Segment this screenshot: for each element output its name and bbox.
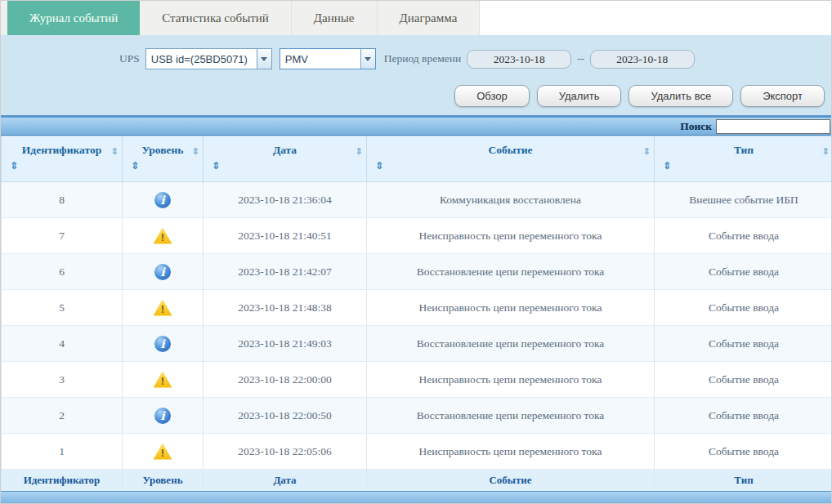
tab-bar: Журнал событий Статистика событий Данные…: [1, 1, 832, 35]
cell-event: Неисправность цепи переменного тока: [367, 434, 655, 470]
date-to-field[interactable]: 2023-10-18: [590, 50, 695, 69]
cell-type: Событие ввода: [655, 326, 832, 362]
filter-row-selectors: UPS USB id=(25BD5071) PMV Период времени…: [1, 48, 832, 69]
cell-date: 2023-10-18 21:40:51: [204, 218, 367, 254]
column-header-level[interactable]: Уровень ⇕ ⇕: [123, 136, 204, 182]
footer-column-level: Уровень: [123, 470, 204, 492]
column-header-type[interactable]: Тип ⇕ ⇕: [655, 136, 832, 182]
info-icon: [154, 264, 171, 280]
cell-date: 2023-10-18 21:48:38: [204, 290, 367, 326]
ups-select[interactable]: USB id=(25BD5071): [145, 48, 272, 69]
cell-type: Событие ввода: [655, 434, 832, 470]
date-from-field[interactable]: 2023-10-18: [467, 50, 571, 69]
search-bar: Поиск: [1, 115, 832, 136]
event-table-body: 8 2023-10-18 21:36:04 Коммуникация восст…: [2, 182, 832, 470]
cell-type: Событие ввода: [655, 254, 832, 290]
cell-id: 7: [2, 218, 123, 254]
sort-icon: ⇕: [192, 146, 199, 157]
table-row-7[interactable]: 7 2023-10-18 21:40:51 Неисправность цепи…: [2, 218, 832, 254]
cell-type: Событие ввода: [655, 398, 832, 434]
tab-event-log[interactable]: Журнал событий: [7, 1, 140, 35]
column-header-date[interactable]: Дата ⇕ ⇕: [204, 136, 367, 182]
cell-id: 5: [2, 290, 123, 326]
cell-level: [123, 290, 204, 326]
cell-id: 1: [2, 434, 123, 470]
table-row-5[interactable]: 5 2023-10-18 21:48:38 Неисправность цепи…: [2, 290, 832, 326]
cell-date: 2023-10-18 22:00:00: [204, 362, 367, 398]
cell-id: 2: [2, 398, 123, 434]
cell-event: Коммуникация восстановлена: [367, 182, 655, 218]
ups-label: UPS: [119, 52, 140, 65]
cell-level: [123, 362, 204, 398]
cell-id: 4: [2, 326, 123, 362]
tab-diagram[interactable]: Диаграмма: [378, 1, 481, 35]
cell-level: [123, 182, 204, 218]
footer-column-event: Событие: [367, 470, 655, 492]
footer-column-type: Тип: [655, 470, 832, 492]
sort-icon[interactable]: ⇕: [131, 161, 203, 171]
cell-event: Восстановление цепи переменного тока: [367, 254, 655, 290]
info-icon: [154, 408, 171, 424]
table-row-4[interactable]: 4 2023-10-18 21:49:03 Восстановление цеп…: [2, 326, 832, 362]
delete-button[interactable]: Удалить: [537, 85, 622, 107]
cell-id: 3: [2, 362, 123, 398]
browse-button[interactable]: Обзор: [454, 85, 530, 107]
chevron-down-icon[interactable]: [257, 49, 271, 69]
footer-column-date: Дата: [204, 470, 367, 492]
cell-type: Событие ввода: [655, 218, 832, 254]
table-row-3[interactable]: 3 2023-10-18 22:00:00 Неисправность цепи…: [2, 362, 832, 398]
search-input[interactable]: [716, 119, 830, 134]
tabs-group: Журнал событий Статистика событий Данные…: [1, 1, 480, 35]
cell-date: 2023-10-18 21:49:03: [204, 326, 367, 362]
date-separator: --: [577, 52, 584, 65]
footer-column-id: Идентификатор: [2, 470, 123, 492]
warning-icon: [154, 372, 172, 388]
cell-date: 2023-10-18 21:42:07: [204, 254, 367, 290]
cell-event: Восстановление цепи переменного тока: [367, 326, 655, 362]
delete-all-button[interactable]: Удалить все: [628, 85, 733, 107]
model-select-value: PMV: [280, 53, 360, 65]
sort-icon: ⇕: [643, 146, 651, 157]
cell-type: Событие ввода: [655, 362, 832, 398]
event-table: Идентификатор ⇕ ⇕ Уровень ⇕ ⇕ Дата ⇕ ⇕: [1, 136, 832, 491]
table-row-1[interactable]: 1 2023-10-18 22:05:06 Неисправность цепи…: [2, 434, 832, 470]
cell-level: [123, 434, 204, 470]
sort-icon[interactable]: ⇕: [10, 161, 122, 171]
table-row-6[interactable]: 6 2023-10-18 21:42:07 Восстановление цеп…: [2, 254, 832, 290]
tab-data[interactable]: Данные: [292, 1, 378, 35]
tab-event-statistics[interactable]: Статистика событий: [140, 1, 292, 35]
table-row-2[interactable]: 2 2023-10-18 22:00:50 Восстановление цеп…: [2, 398, 832, 434]
info-icon: [154, 336, 171, 352]
filter-row-buttons: Обзор Удалить Удалить все Экспорт: [454, 85, 825, 107]
event-table-footer: Идентификатор Уровень Дата Событие Тип: [2, 470, 832, 492]
cell-level: [123, 218, 204, 254]
filter-panel: UPS USB id=(25BD5071) PMV Период времени…: [1, 35, 832, 115]
cell-date: 2023-10-18 21:36:04: [204, 182, 367, 218]
cell-date: 2023-10-18 22:00:50: [204, 398, 367, 434]
sort-icon: ⇕: [356, 146, 363, 157]
cell-event: Неисправность цепи переменного тока: [367, 290, 655, 326]
cell-type: Событие ввода: [655, 290, 832, 326]
table-row-8[interactable]: 8 2023-10-18 21:36:04 Коммуникация восст…: [2, 182, 832, 218]
sort-icon[interactable]: ⇕: [663, 161, 832, 171]
column-header-event[interactable]: Событие ⇕ ⇕: [367, 136, 655, 182]
column-header-id[interactable]: Идентификатор ⇕ ⇕: [2, 136, 123, 182]
sort-icon[interactable]: ⇕: [212, 161, 366, 171]
cell-id: 8: [2, 182, 123, 218]
sort-icon: ⇕: [111, 146, 119, 157]
export-button[interactable]: Экспорт: [740, 85, 825, 107]
cell-event: Неисправность цепи переменного тока: [367, 362, 655, 398]
search-label: Поиск: [680, 120, 712, 133]
cell-level: [123, 398, 204, 434]
cell-level: [123, 326, 204, 362]
info-icon: [154, 192, 171, 208]
ups-event-log-window: Журнал событий Статистика событий Данные…: [0, 0, 832, 504]
cell-id: 6: [2, 254, 123, 290]
cell-event: Восстановление цепи переменного тока: [367, 398, 655, 434]
model-select[interactable]: PMV: [280, 48, 376, 69]
cell-type: Внешнее событие ИБП: [655, 182, 832, 218]
sort-icon[interactable]: ⇕: [375, 161, 654, 171]
sort-icon: ⇕: [822, 146, 830, 157]
warning-icon: [154, 228, 172, 244]
chevron-down-icon[interactable]: [360, 49, 375, 69]
